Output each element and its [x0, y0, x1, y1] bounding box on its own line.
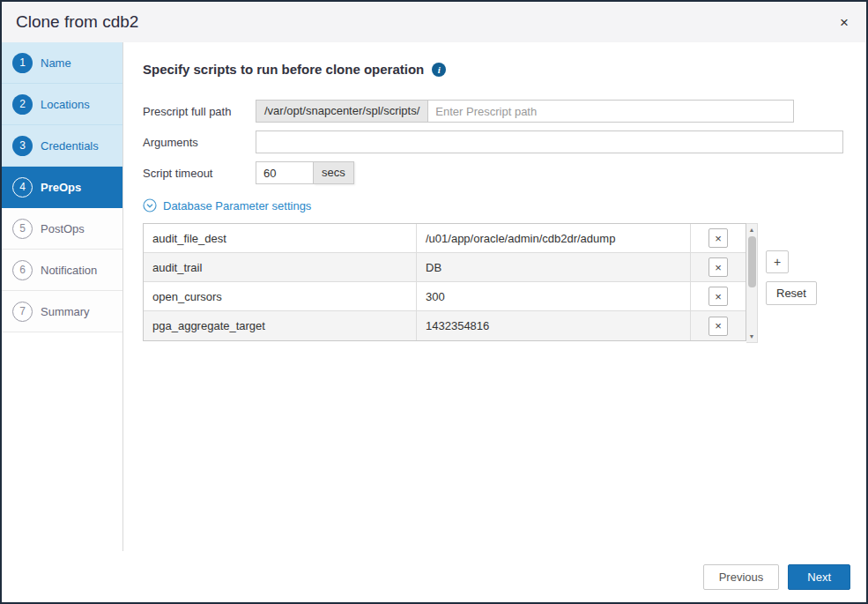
arguments-label: Arguments	[143, 136, 256, 149]
scroll-down-icon[interactable]: ▼	[746, 331, 757, 342]
database-parameter-settings-toggle[interactable]: Database Parameter settings	[143, 198, 311, 213]
param-name-cell: pga_aggregate_target	[144, 311, 417, 340]
add-parameter-button[interactable]: +	[766, 250, 789, 273]
step-preops[interactable]: 4 PreOps	[2, 167, 122, 208]
preops-panel: Specify scripts to run before clone oper…	[123, 42, 866, 551]
step-label: PreOps	[41, 181, 81, 194]
remove-row-button[interactable]: ×	[708, 228, 728, 248]
wizard-steps-sidebar: 1 Name 2 Locations 3 Credentials 4 PreOp…	[2, 42, 123, 551]
step-locations[interactable]: 2 Locations	[2, 84, 122, 125]
close-icon[interactable]: ×	[836, 13, 852, 32]
dialog-title: Clone from cdb2	[16, 12, 138, 32]
prescript-path-input[interactable]	[427, 100, 794, 123]
prescript-row: Prescript full path /var/opt/snapcenter/…	[143, 100, 843, 123]
page-title: Specify scripts to run before clone oper…	[143, 62, 424, 77]
previous-button[interactable]: Previous	[703, 564, 780, 590]
step-credentials[interactable]: 3 Credentials	[2, 125, 122, 167]
page-heading-row: Specify scripts to run before clone oper…	[143, 62, 843, 77]
step-notification[interactable]: 6 Notification	[2, 250, 122, 291]
table-scrollbar[interactable]: ▲ ▼	[746, 223, 758, 343]
table-row: pga_aggregate_target 1432354816 ×	[144, 311, 746, 340]
param-name-cell: audit_trail	[144, 253, 417, 281]
table-row: audit_trail DB ×	[144, 253, 746, 282]
step-number: 1	[12, 53, 33, 73]
step-label: Notification	[41, 264, 97, 277]
step-label: Credentials	[41, 139, 99, 153]
param-name-cell: open_cursors	[144, 282, 417, 310]
table-row: audit_file_dest /u01/app/oracle/admin/cd…	[144, 224, 746, 253]
chevron-down-circle-icon	[143, 198, 157, 213]
database-parameters-table: audit_file_dest /u01/app/oracle/admin/cd…	[143, 223, 746, 341]
next-button[interactable]: Next	[788, 564, 850, 590]
step-name[interactable]: 1 Name	[2, 42, 122, 84]
step-summary[interactable]: 7 Summary	[2, 291, 122, 332]
clone-wizard-dialog: Clone from cdb2 × 1 Name 2 Locations 3 C…	[0, 0, 868, 604]
step-label: PostOps	[41, 222, 85, 235]
table-row: open_cursors 300 ×	[144, 282, 746, 311]
step-number: 2	[12, 94, 33, 115]
remove-row-button[interactable]: ×	[708, 287, 728, 306]
step-number: 7	[12, 302, 33, 322]
timeout-input[interactable]	[256, 161, 314, 184]
arguments-input[interactable]	[256, 130, 843, 153]
arguments-row: Arguments	[143, 130, 843, 153]
prescript-label: Prescript full path	[143, 105, 256, 118]
database-parameter-settings-label: Database Parameter settings	[163, 199, 311, 213]
reset-parameters-button[interactable]: Reset	[766, 281, 817, 305]
timeout-label: Script timeout	[143, 167, 256, 180]
param-value-cell[interactable]: 1432354816	[417, 311, 691, 340]
prescript-path-prefix: /var/opt/snapcenter/spl/scripts/	[256, 100, 427, 123]
info-icon[interactable]: i	[432, 63, 446, 77]
remove-row-button[interactable]: ×	[708, 317, 728, 336]
step-number: 5	[12, 219, 33, 239]
timeout-unit: secs	[314, 161, 354, 184]
step-number: 6	[12, 260, 33, 280]
step-number: 4	[12, 177, 33, 198]
param-value-cell[interactable]: /u01/app/oracle/admin/cdb2dr/adump	[417, 224, 691, 252]
param-value-cell[interactable]: DB	[417, 253, 691, 281]
step-label: Name	[41, 56, 71, 70]
remove-row-button[interactable]: ×	[708, 257, 728, 277]
scroll-up-icon[interactable]: ▲	[746, 224, 757, 235]
step-number: 3	[12, 136, 33, 156]
scrollbar-thumb[interactable]	[748, 236, 756, 287]
step-label: Locations	[41, 98, 90, 111]
dialog-header: Clone from cdb2 ×	[2, 2, 866, 42]
step-label: Summary	[41, 305, 90, 318]
wizard-footer: Previous Next	[2, 551, 866, 602]
param-name-cell: audit_file_dest	[144, 224, 417, 252]
param-value-cell[interactable]: 300	[417, 282, 691, 310]
step-postops[interactable]: 5 PostOps	[2, 208, 122, 250]
timeout-row: Script timeout secs	[143, 161, 843, 184]
